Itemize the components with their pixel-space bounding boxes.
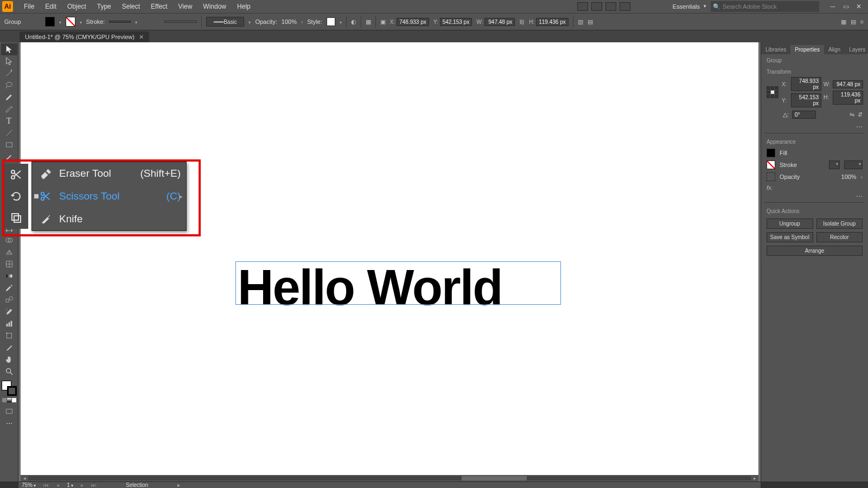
blend-tool[interactable]	[1, 294, 17, 306]
menu-edit[interactable]: Edit	[40, 3, 62, 10]
hand-tool[interactable]	[1, 354, 17, 365]
close-icon[interactable]: ✕	[853, 3, 865, 10]
rectangle-tool[interactable]	[1, 139, 17, 151]
panel-w-input[interactable]: 947.48 px	[833, 80, 863, 88]
eyedropper-tool[interactable]	[1, 282, 17, 294]
panel-view-1-icon[interactable]: ▦	[841, 18, 846, 25]
ungroup-button[interactable]: Ungroup	[767, 219, 813, 229]
menu-effect[interactable]: Effect	[145, 3, 173, 10]
artboard-nav-prev-icon[interactable]: ◂	[56, 482, 59, 488]
line-tool[interactable]	[1, 127, 17, 139]
opacity-value[interactable]: 100%	[282, 18, 297, 25]
doc-icon-1[interactable]	[577, 2, 588, 11]
type-tool[interactable]: T	[1, 115, 17, 127]
screen-mode-icon[interactable]	[1, 406, 17, 418]
status-arrow-icon[interactable]: ▸	[177, 482, 180, 488]
panel-y-input[interactable]: 542.153 px	[791, 93, 821, 107]
tab-properties[interactable]: Properties	[790, 45, 824, 54]
link-wh-icon[interactable]: ⛓	[519, 19, 525, 25]
panel-h-input[interactable]: 119.436 px	[833, 91, 863, 105]
curvature-tool[interactable]	[1, 103, 17, 115]
canvas-area[interactable]: Hello World ◂ ▸	[18, 42, 761, 481]
shape-options-icon[interactable]: ▤	[588, 18, 593, 25]
rotate-slot-icon[interactable]	[4, 185, 28, 207]
flip-vertical-icon[interactable]: ⇵	[858, 111, 863, 118]
fill-dropdown[interactable]	[59, 18, 61, 25]
menu-file[interactable]: File	[18, 3, 40, 10]
pen-tool[interactable]	[1, 91, 17, 103]
graphic-style-swatch[interactable]	[327, 17, 335, 26]
scroll-right-icon[interactable]: ▸	[751, 476, 758, 481]
stroke-swatch[interactable]	[66, 17, 75, 27]
menu-type[interactable]: Type	[92, 3, 117, 10]
direct-selection-tool[interactable]	[1, 55, 17, 67]
tab-libraries[interactable]: Libraries	[761, 45, 790, 54]
menu-window[interactable]: Window	[197, 3, 232, 10]
scroll-left-icon[interactable]: ◂	[21, 476, 28, 481]
fill-swatch[interactable]	[45, 17, 55, 27]
recolor-button[interactable]: Recolor	[816, 232, 863, 242]
menu-select[interactable]: Select	[117, 3, 145, 10]
isolate-group-button[interactable]: Isolate Group	[816, 219, 863, 229]
panel-stroke-swatch[interactable]	[767, 160, 775, 169]
panel-stroke-weight[interactable]	[829, 160, 840, 169]
stroke-weight-input[interactable]	[109, 21, 131, 23]
minimize-icon[interactable]: ─	[827, 3, 839, 10]
flyout-eraser-tool[interactable]: Eraser Tool (Shift+E)	[32, 162, 186, 185]
slice-tool[interactable]	[1, 342, 17, 354]
panel-stroke-profile[interactable]	[844, 160, 863, 169]
panel-menu-icon[interactable]: ≡	[860, 18, 864, 25]
h-input[interactable]: 119.436 px	[536, 18, 569, 26]
doc-icon-2[interactable]	[591, 2, 602, 11]
edit-toolbar-icon[interactable]: ⋯	[1, 418, 17, 429]
align-icon[interactable]: ▦	[366, 18, 371, 25]
variable-width-profile[interactable]	[164, 21, 197, 23]
scroll-thumb[interactable]	[462, 476, 527, 480]
artboard-tool[interactable]	[1, 330, 17, 342]
artboard-number[interactable]: 1	[67, 482, 73, 488]
gradient-mode-icon[interactable]	[7, 398, 11, 402]
brush-definition[interactable]: ━━━ Basic	[206, 17, 244, 27]
perspective-grid-tool[interactable]	[1, 246, 17, 258]
draw-modes[interactable]	[1, 398, 17, 402]
scissors-slot-icon[interactable]	[4, 164, 28, 185]
shape-isolate-icon[interactable]: ▧	[578, 18, 583, 25]
menu-view[interactable]: View	[173, 3, 198, 10]
reference-point-selector[interactable]	[767, 86, 778, 98]
transform-more-icon[interactable]: ⋯	[761, 123, 868, 131]
mesh-tool[interactable]	[1, 258, 17, 270]
tab-layers[interactable]: Layers	[845, 45, 868, 54]
document-tab-close-icon[interactable]: ✕	[139, 34, 144, 41]
opacity-arrow-icon[interactable]: ›	[301, 19, 303, 25]
gpu-icon[interactable]	[620, 2, 630, 11]
flip-horizontal-icon[interactable]: ⇋	[850, 111, 854, 118]
zoom-tool[interactable]	[1, 365, 17, 377]
artboard-nav-first-icon[interactable]: ⏮	[43, 482, 49, 488]
shape-builder-tool[interactable]	[1, 234, 17, 246]
flyout-scissors-tool[interactable]: Scissors Tool (C) ▸	[32, 185, 186, 208]
fill-stroke-indicator[interactable]	[2, 381, 17, 396]
menu-object[interactable]: Object	[62, 3, 92, 10]
style-dropdown[interactable]	[340, 18, 342, 25]
x-input[interactable]: 748.933 px	[397, 18, 429, 26]
color-mode-icon[interactable]	[2, 398, 7, 402]
flyout-knife-tool[interactable]: Knife	[32, 208, 186, 230]
panel-x-input[interactable]: 748.933 px	[791, 77, 821, 91]
opacity-expand-icon[interactable]: ›	[861, 174, 863, 180]
selection-bounding-box[interactable]	[235, 261, 561, 305]
panel-fill-swatch[interactable]	[767, 149, 775, 157]
selection-tool[interactable]	[1, 43, 17, 55]
panel-opacity-value[interactable]: 100%	[841, 174, 857, 180]
fx-icon[interactable]: fx.	[767, 184, 773, 191]
artboard-nav-next-icon[interactable]: ▸	[81, 482, 84, 488]
panel-angle-input[interactable]: 0°	[792, 111, 816, 119]
lasso-tool[interactable]	[1, 79, 17, 91]
brush-dropdown[interactable]	[248, 18, 251, 25]
symbol-sprayer-tool[interactable]	[1, 306, 17, 318]
y-input[interactable]: 542.153 px	[440, 18, 473, 26]
save-as-symbol-button[interactable]: Save as Symbol	[767, 232, 813, 242]
document-tab[interactable]: Untitled-1* @ 75% (CMYK/GPU Preview) ✕	[20, 31, 149, 42]
tab-align[interactable]: Align	[824, 45, 845, 54]
stroke-swatch-dropdown[interactable]	[80, 18, 82, 25]
column-graph-tool[interactable]	[1, 318, 17, 330]
